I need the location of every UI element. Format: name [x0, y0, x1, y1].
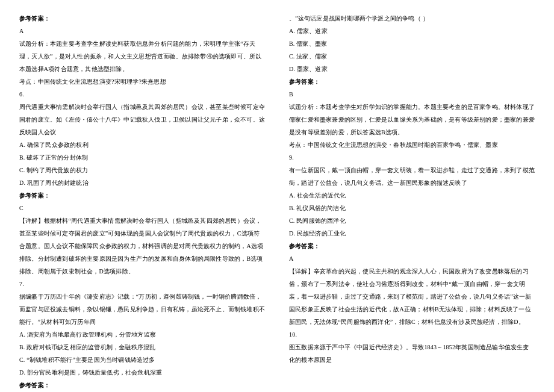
left-column: 参考答案： A 试题分析：本题主要考查学生解读史料获取信息并分析问题的能力，宋明…	[0, 0, 277, 392]
answer5-explain-1: 试题分析：本题主要考查学生解读史料获取信息并分析问题的能力，宋明理学主张“存天理…	[19, 37, 265, 75]
answer6-explain: 【详解】根据材料“周代遇重大事情需解决时会举行国人（指城邑及其四郊的居民）会议，…	[19, 214, 265, 278]
question6-choice-d: D. 巩固了周代的封建统治	[19, 176, 265, 189]
question8-choice-a: A. 儒家、道家	[289, 25, 535, 37]
question9-text: 有一位新国民，戴一顶自由帽，穿一套文明装，着一双进步鞋，走过了交通路，来到了模范…	[289, 164, 535, 189]
question10-text: 图五数据来源于严中平《中国近代经济史》。导致1843～1852年英国制造品输华值…	[289, 341, 535, 366]
answer8-heading: 参考答案：	[289, 75, 535, 88]
answer5-explain-2: 考点：中国传统文化主流思想演变?宋明理学?朱熹思想	[19, 75, 265, 88]
answer8-explain-2: 考点：中国传统文化主流思想的演变・春秋战国时期的百家争鸣・儒家、墨家	[289, 138, 535, 151]
question9-choice-c: C. 民间服饰的西洋化	[289, 214, 535, 227]
question6-choice-b: B. 破坏了正常的分封体制	[19, 151, 265, 164]
question7-choice-b: B. 政府对钱币缺乏相应的监管机制，金融秩序混乱	[19, 341, 265, 353]
question9-number: 9.	[289, 151, 535, 164]
question9-choice-a: A. 社会生活的近代化	[289, 189, 535, 202]
question6-text: 周代遇重大事情需解决时会举行国人（指城邑及其四郊的居民）会议，甚至某些时候可定夺…	[19, 101, 265, 138]
question6-number: 6.	[19, 88, 265, 101]
answer8-value: B	[289, 88, 535, 101]
question10-number: 10.	[289, 328, 535, 341]
question7-choice-a: A. 潞安府为当地最高行政管理机构，分管地方监察	[19, 328, 265, 341]
question7-number: 7.	[19, 278, 265, 290]
answer9-explain: 【详解】辛亥革命的兴起，使民主共和的观念深入人心，民国政府为了改变愚昧落后的习俗…	[289, 265, 535, 328]
page-container: 参考答案： A 试题分析：本题主要考查学生解读史料获取信息并分析问题的能力，宋明…	[0, 0, 554, 392]
right-column: 。”这句话应是战国时期哪两个学派之间的争鸣（ ） A. 儒家、道家 B. 儒家、…	[277, 0, 554, 392]
question6-choice-c: C. 制约了周代贵族的权力	[19, 164, 265, 176]
question7-text: 据编纂于万历四十年的《潞安府志》记载：“万历初，遵例鼓铸制钱，一时铜价腾踊数倍，…	[19, 290, 265, 328]
question7-choice-d: D. 部分官民唯利是图，铸钱质量低劣，社会危机深重	[19, 366, 265, 379]
answer8-explain-1: 试题分析：本题考查学生对所学知识的掌握能力。本题主要考查的是百家争鸣。材料体现了…	[289, 101, 535, 138]
answer9-value: A	[289, 252, 535, 265]
question8-choice-d: D. 墨家、道家	[289, 63, 535, 75]
answer5-value: A	[19, 25, 265, 37]
question8-text-part2: 。”这句话应是战国时期哪两个学派之间的争鸣（ ）	[289, 12, 535, 25]
question8-choice-c: C. 法家、儒家	[289, 50, 535, 63]
question8-choice-b: B. 儒家、墨家	[289, 37, 535, 50]
question6-choice-a: A. 确保了民众参政的权利	[19, 138, 265, 151]
answer7-heading: 参考答案：	[19, 379, 265, 391]
answer6-heading: 参考答案：	[19, 189, 265, 202]
answer9-heading: 参考答案：	[289, 240, 535, 252]
answer6-value: C	[19, 202, 265, 214]
answer5-heading: 参考答案：	[19, 12, 265, 25]
question9-choice-b: B. 礼仪风俗的简洁化	[289, 202, 535, 214]
question7-choice-c: C. “制钱堆积不能行”主要是因为当时铜钱铸造过多	[19, 353, 265, 366]
question9-choice-d: D. 民族经济的工业化	[289, 227, 535, 240]
